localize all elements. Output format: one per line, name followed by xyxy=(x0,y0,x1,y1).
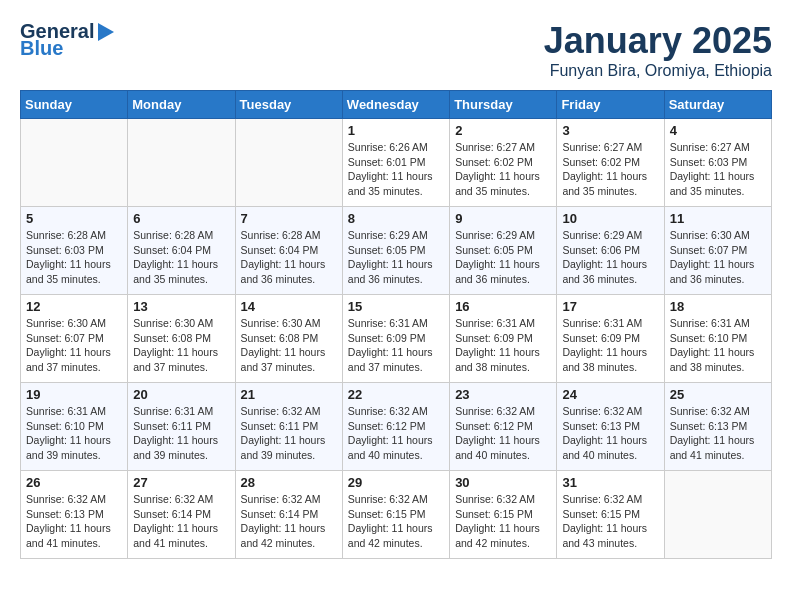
calendar-cell: 23Sunrise: 6:32 AM Sunset: 6:12 PM Dayli… xyxy=(450,383,557,471)
calendar-cell: 27Sunrise: 6:32 AM Sunset: 6:14 PM Dayli… xyxy=(128,471,235,559)
day-number: 11 xyxy=(670,211,766,226)
day-number: 18 xyxy=(670,299,766,314)
header-day-tuesday: Tuesday xyxy=(235,91,342,119)
page-header: General Blue January 2025 Funyan Bira, O… xyxy=(20,20,772,80)
calendar-cell: 20Sunrise: 6:31 AM Sunset: 6:11 PM Dayli… xyxy=(128,383,235,471)
week-row-2: 5Sunrise: 6:28 AM Sunset: 6:03 PM Daylig… xyxy=(21,207,772,295)
logo: General Blue xyxy=(20,20,116,60)
day-info: Sunrise: 6:28 AM Sunset: 6:03 PM Dayligh… xyxy=(26,228,122,287)
day-info: Sunrise: 6:30 AM Sunset: 6:08 PM Dayligh… xyxy=(241,316,337,375)
day-info: Sunrise: 6:31 AM Sunset: 6:11 PM Dayligh… xyxy=(133,404,229,463)
day-info: Sunrise: 6:32 AM Sunset: 6:15 PM Dayligh… xyxy=(348,492,444,551)
day-number: 30 xyxy=(455,475,551,490)
day-info: Sunrise: 6:31 AM Sunset: 6:09 PM Dayligh… xyxy=(562,316,658,375)
day-info: Sunrise: 6:30 AM Sunset: 6:07 PM Dayligh… xyxy=(670,228,766,287)
calendar-cell xyxy=(664,471,771,559)
header-day-monday: Monday xyxy=(128,91,235,119)
logo-arrow-icon xyxy=(94,21,116,43)
day-info: Sunrise: 6:29 AM Sunset: 6:05 PM Dayligh… xyxy=(455,228,551,287)
calendar-cell: 26Sunrise: 6:32 AM Sunset: 6:13 PM Dayli… xyxy=(21,471,128,559)
day-number: 6 xyxy=(133,211,229,226)
calendar-cell: 24Sunrise: 6:32 AM Sunset: 6:13 PM Dayli… xyxy=(557,383,664,471)
day-number: 10 xyxy=(562,211,658,226)
svg-marker-0 xyxy=(98,23,114,41)
day-info: Sunrise: 6:29 AM Sunset: 6:05 PM Dayligh… xyxy=(348,228,444,287)
calendar-cell: 16Sunrise: 6:31 AM Sunset: 6:09 PM Dayli… xyxy=(450,295,557,383)
day-info: Sunrise: 6:31 AM Sunset: 6:10 PM Dayligh… xyxy=(26,404,122,463)
day-number: 20 xyxy=(133,387,229,402)
day-info: Sunrise: 6:31 AM Sunset: 6:09 PM Dayligh… xyxy=(455,316,551,375)
day-info: Sunrise: 6:30 AM Sunset: 6:07 PM Dayligh… xyxy=(26,316,122,375)
calendar-cell: 28Sunrise: 6:32 AM Sunset: 6:14 PM Dayli… xyxy=(235,471,342,559)
calendar-cell: 21Sunrise: 6:32 AM Sunset: 6:11 PM Dayli… xyxy=(235,383,342,471)
day-number: 27 xyxy=(133,475,229,490)
day-number: 13 xyxy=(133,299,229,314)
month-title: January 2025 xyxy=(544,20,772,62)
day-number: 31 xyxy=(562,475,658,490)
day-info: Sunrise: 6:32 AM Sunset: 6:13 PM Dayligh… xyxy=(562,404,658,463)
calendar-cell: 17Sunrise: 6:31 AM Sunset: 6:09 PM Dayli… xyxy=(557,295,664,383)
day-info: Sunrise: 6:28 AM Sunset: 6:04 PM Dayligh… xyxy=(133,228,229,287)
calendar-cell: 1Sunrise: 6:26 AM Sunset: 6:01 PM Daylig… xyxy=(342,119,449,207)
calendar-cell: 9Sunrise: 6:29 AM Sunset: 6:05 PM Daylig… xyxy=(450,207,557,295)
location-text: Funyan Bira, Oromiya, Ethiopia xyxy=(544,62,772,80)
calendar-cell: 5Sunrise: 6:28 AM Sunset: 6:03 PM Daylig… xyxy=(21,207,128,295)
calendar-cell: 22Sunrise: 6:32 AM Sunset: 6:12 PM Dayli… xyxy=(342,383,449,471)
day-number: 22 xyxy=(348,387,444,402)
day-info: Sunrise: 6:32 AM Sunset: 6:13 PM Dayligh… xyxy=(26,492,122,551)
calendar-cell: 2Sunrise: 6:27 AM Sunset: 6:02 PM Daylig… xyxy=(450,119,557,207)
day-number: 21 xyxy=(241,387,337,402)
calendar-cell: 11Sunrise: 6:30 AM Sunset: 6:07 PM Dayli… xyxy=(664,207,771,295)
calendar-cell: 29Sunrise: 6:32 AM Sunset: 6:15 PM Dayli… xyxy=(342,471,449,559)
calendar-cell: 4Sunrise: 6:27 AM Sunset: 6:03 PM Daylig… xyxy=(664,119,771,207)
calendar-table: SundayMondayTuesdayWednesdayThursdayFrid… xyxy=(20,90,772,559)
header-day-thursday: Thursday xyxy=(450,91,557,119)
day-number: 23 xyxy=(455,387,551,402)
day-info: Sunrise: 6:26 AM Sunset: 6:01 PM Dayligh… xyxy=(348,140,444,199)
day-number: 19 xyxy=(26,387,122,402)
day-number: 28 xyxy=(241,475,337,490)
day-info: Sunrise: 6:32 AM Sunset: 6:12 PM Dayligh… xyxy=(455,404,551,463)
header-day-saturday: Saturday xyxy=(664,91,771,119)
day-number: 24 xyxy=(562,387,658,402)
day-number: 15 xyxy=(348,299,444,314)
week-row-3: 12Sunrise: 6:30 AM Sunset: 6:07 PM Dayli… xyxy=(21,295,772,383)
day-number: 12 xyxy=(26,299,122,314)
calendar-cell xyxy=(21,119,128,207)
day-number: 2 xyxy=(455,123,551,138)
day-info: Sunrise: 6:32 AM Sunset: 6:14 PM Dayligh… xyxy=(241,492,337,551)
calendar-cell: 19Sunrise: 6:31 AM Sunset: 6:10 PM Dayli… xyxy=(21,383,128,471)
day-number: 4 xyxy=(670,123,766,138)
day-number: 8 xyxy=(348,211,444,226)
calendar-cell: 15Sunrise: 6:31 AM Sunset: 6:09 PM Dayli… xyxy=(342,295,449,383)
day-info: Sunrise: 6:32 AM Sunset: 6:12 PM Dayligh… xyxy=(348,404,444,463)
day-number: 16 xyxy=(455,299,551,314)
header-row: SundayMondayTuesdayWednesdayThursdayFrid… xyxy=(21,91,772,119)
day-info: Sunrise: 6:27 AM Sunset: 6:03 PM Dayligh… xyxy=(670,140,766,199)
day-number: 9 xyxy=(455,211,551,226)
day-number: 17 xyxy=(562,299,658,314)
calendar-cell: 8Sunrise: 6:29 AM Sunset: 6:05 PM Daylig… xyxy=(342,207,449,295)
day-info: Sunrise: 6:27 AM Sunset: 6:02 PM Dayligh… xyxy=(562,140,658,199)
day-info: Sunrise: 6:27 AM Sunset: 6:02 PM Dayligh… xyxy=(455,140,551,199)
day-info: Sunrise: 6:32 AM Sunset: 6:15 PM Dayligh… xyxy=(562,492,658,551)
calendar-cell: 14Sunrise: 6:30 AM Sunset: 6:08 PM Dayli… xyxy=(235,295,342,383)
calendar-cell: 31Sunrise: 6:32 AM Sunset: 6:15 PM Dayli… xyxy=(557,471,664,559)
week-row-1: 1Sunrise: 6:26 AM Sunset: 6:01 PM Daylig… xyxy=(21,119,772,207)
calendar-cell: 25Sunrise: 6:32 AM Sunset: 6:13 PM Dayli… xyxy=(664,383,771,471)
day-info: Sunrise: 6:32 AM Sunset: 6:14 PM Dayligh… xyxy=(133,492,229,551)
day-number: 7 xyxy=(241,211,337,226)
logo-blue-text: Blue xyxy=(20,37,63,60)
day-number: 29 xyxy=(348,475,444,490)
day-number: 3 xyxy=(562,123,658,138)
day-info: Sunrise: 6:31 AM Sunset: 6:09 PM Dayligh… xyxy=(348,316,444,375)
calendar-cell: 30Sunrise: 6:32 AM Sunset: 6:15 PM Dayli… xyxy=(450,471,557,559)
day-info: Sunrise: 6:32 AM Sunset: 6:11 PM Dayligh… xyxy=(241,404,337,463)
day-number: 5 xyxy=(26,211,122,226)
calendar-cell: 7Sunrise: 6:28 AM Sunset: 6:04 PM Daylig… xyxy=(235,207,342,295)
day-info: Sunrise: 6:31 AM Sunset: 6:10 PM Dayligh… xyxy=(670,316,766,375)
day-info: Sunrise: 6:28 AM Sunset: 6:04 PM Dayligh… xyxy=(241,228,337,287)
header-day-friday: Friday xyxy=(557,91,664,119)
day-info: Sunrise: 6:32 AM Sunset: 6:13 PM Dayligh… xyxy=(670,404,766,463)
calendar-cell: 13Sunrise: 6:30 AM Sunset: 6:08 PM Dayli… xyxy=(128,295,235,383)
